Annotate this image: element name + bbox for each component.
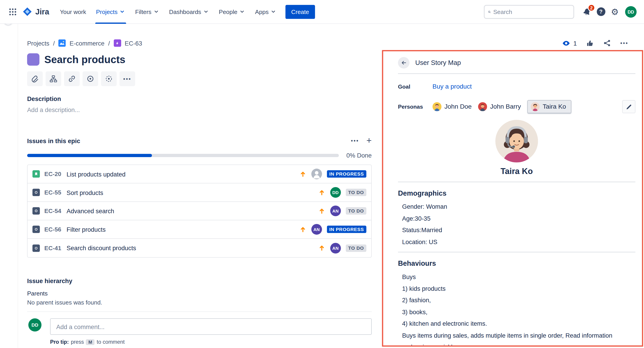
- issue-row[interactable]: EC-56 Filter products AN IN PROGRESS: [28, 220, 371, 239]
- assignee-avatar[interactable]: DD: [330, 187, 341, 198]
- status-badge[interactable]: IN PROGRESS: [327, 170, 366, 177]
- persona-chip-john-barry[interactable]: John Barry: [478, 102, 521, 111]
- like-button[interactable]: [586, 39, 594, 47]
- breadcrumb-separator: /: [53, 40, 55, 47]
- priority-high-icon: [318, 245, 325, 252]
- add-child-issue-button[interactable]: [46, 71, 61, 86]
- primary-nav: Your work Projects Filters Dashboards Pe…: [55, 0, 282, 24]
- persona-avatar-icon: [478, 102, 487, 111]
- issue-type-icon: [32, 244, 40, 252]
- issue-key: EC-54: [44, 208, 62, 214]
- issue-summary[interactable]: Advanced search: [66, 207, 318, 214]
- goal-link[interactable]: Buy a product: [432, 83, 472, 90]
- priority-high-icon: [318, 207, 325, 214]
- assignee-avatar[interactable]: AN: [330, 243, 341, 253]
- pro-tip-label: Pro tip:: [50, 339, 69, 345]
- breadcrumb-project-link[interactable]: E-commerce: [70, 40, 104, 47]
- issue-summary[interactable]: Sort products: [66, 189, 318, 196]
- issue-key: EC-41: [44, 245, 62, 251]
- assignee-avatar-unassigned[interactable]: [311, 169, 322, 179]
- share-button[interactable]: [603, 39, 611, 47]
- issue-summary[interactable]: List products updated: [66, 171, 299, 177]
- status-badge[interactable]: TO DO: [346, 189, 366, 196]
- more-actions-button[interactable]: •••: [620, 40, 628, 46]
- breadcrumb-issue-key[interactable]: EC-63: [125, 40, 142, 47]
- attach-button[interactable]: [27, 71, 43, 86]
- issue-type-icon: [32, 207, 40, 215]
- hierarchy-icon: [49, 75, 57, 83]
- app-switcher-button[interactable]: [6, 5, 20, 19]
- comment-input[interactable]: [50, 318, 372, 335]
- project-avatar: [58, 39, 66, 47]
- search-input[interactable]: [493, 8, 570, 15]
- nav-projects[interactable]: Projects: [91, 0, 130, 24]
- epic-issues-more-button[interactable]: •••: [351, 138, 359, 144]
- assignee-avatar[interactable]: AN: [311, 224, 322, 235]
- nav-filters[interactable]: Filters: [130, 0, 164, 24]
- nav-label: Filters: [135, 8, 152, 15]
- assignee-avatar[interactable]: AN: [330, 205, 341, 216]
- link-issue-button[interactable]: [64, 71, 80, 86]
- notifications-button[interactable]: 2: [580, 5, 594, 19]
- more-icon: •••: [351, 138, 359, 144]
- behaviours-heading: Behaviours: [398, 260, 636, 268]
- issue-detail-main: Search products: [27, 51, 372, 345]
- scope-button[interactable]: [101, 71, 117, 86]
- chevron-down-icon: [203, 8, 209, 15]
- priority-high-icon: [299, 171, 306, 177]
- help-icon: ?: [596, 7, 605, 16]
- issue-summary[interactable]: Search discount products: [66, 245, 318, 252]
- help-button[interactable]: ?: [594, 5, 608, 19]
- watch-eye-icon: [562, 39, 570, 47]
- parents-label: Parents: [27, 290, 372, 297]
- back-button[interactable]: [398, 57, 410, 68]
- target-button[interactable]: [82, 71, 98, 86]
- issue-summary[interactable]: Filter products: [66, 226, 299, 233]
- page-title[interactable]: Search products: [44, 54, 126, 66]
- divider: [27, 311, 372, 312]
- user-story-map-panel: User Story Map Goal Buy a product Person…: [382, 50, 643, 347]
- nav-people[interactable]: People: [214, 0, 250, 24]
- edit-personas-button[interactable]: [622, 100, 636, 113]
- settings-button[interactable]: ⚙: [608, 5, 622, 19]
- link-icon: [68, 75, 76, 83]
- persona-chip-john-doe[interactable]: John Doe: [432, 102, 472, 111]
- watch-button[interactable]: 1: [562, 39, 577, 47]
- pro-tip-press: press: [71, 339, 84, 345]
- issue-header-bar: Projects / E-commerce / EC-63: [27, 37, 628, 49]
- gear-icon: ⚙: [611, 7, 619, 16]
- create-button[interactable]: Create: [286, 5, 315, 19]
- plus-icon: +: [366, 136, 372, 145]
- personas-label: Personas: [398, 104, 432, 110]
- app-window: Jira Your work Projects Filters Dashboar…: [0, 0, 644, 348]
- issue-row[interactable]: EC-55 Sort products DD TO DO: [28, 183, 371, 202]
- goal-label: Goal: [398, 83, 432, 89]
- user-avatar[interactable]: DD: [625, 6, 636, 17]
- behaviours-list: Buys 1) kids products 2) fashion, 3) boo…: [402, 271, 636, 347]
- add-issue-button[interactable]: +: [366, 136, 372, 145]
- persona-name: John Doe: [444, 103, 472, 110]
- title-row: Search products: [27, 53, 372, 66]
- nav-apps[interactable]: Apps: [250, 0, 281, 24]
- issue-row[interactable]: EC-20 List products updated IN PROGRESS: [28, 165, 371, 183]
- person-silhouette-icon: [311, 169, 322, 179]
- nav-dashboards[interactable]: Dashboards: [164, 0, 214, 24]
- breadcrumb-separator: /: [108, 40, 110, 47]
- issue-row[interactable]: EC-41 Search discount products AN TO DO: [28, 239, 371, 257]
- status-badge[interactable]: TO DO: [346, 207, 366, 215]
- persona-chip-taira-ko[interactable]: Taira Ko: [528, 100, 572, 113]
- issue-row[interactable]: EC-54 Advanced search AN TO DO: [28, 202, 371, 220]
- breadcrumb-projects-link[interactable]: Projects: [27, 40, 50, 47]
- status-badge[interactable]: TO DO: [346, 244, 366, 252]
- epic-color-icon[interactable]: [27, 53, 40, 66]
- share-icon: [603, 39, 611, 47]
- behaviour-line: Buys: [402, 271, 636, 283]
- jira-logo[interactable]: Jira: [22, 6, 49, 17]
- no-parents-message: No parent issues was found.: [27, 299, 372, 306]
- description-placeholder[interactable]: Add a description...: [27, 106, 372, 113]
- persona-avatar-icon: [531, 102, 540, 111]
- status-badge[interactable]: IN PROGRESS: [327, 226, 366, 233]
- nav-your-work[interactable]: Your work: [55, 0, 91, 24]
- watch-count: 1: [573, 40, 577, 47]
- toolbar-more-button[interactable]: •••: [120, 71, 135, 86]
